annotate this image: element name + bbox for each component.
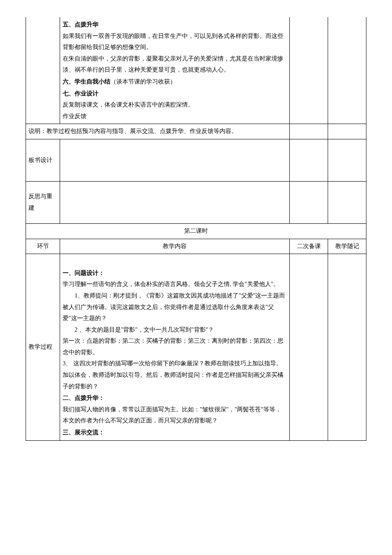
heading-6: 六、学生自我小结 — [63, 78, 110, 85]
heading-7: 七、作业设计 — [63, 90, 98, 97]
board-design-content — [60, 139, 290, 181]
sidebar-cell — [290, 124, 328, 139]
para: 我们描写人物的肖像，常常以正面描写为主。比如："皱纹很深"，"两鬓苍苍"等等，本… — [63, 404, 287, 427]
label-reflection: 反思与重建 — [26, 181, 60, 223]
sidebar-cell — [290, 254, 328, 441]
lesson-plan-table: 五、点拨升华 如果我们有一双善于发现的眼睛，在日常生产中，可以见到各式各样的背影… — [26, 17, 366, 441]
heading-6-note: （谈本节课的学习收获） — [110, 78, 176, 85]
para: 3、 这四次对背影的描写哪一次给你留下的印象最深？教师在朗读技巧上加以指导。加以… — [63, 358, 287, 392]
header-content: 教学内容 — [60, 239, 290, 254]
para: 作业反馈 — [63, 111, 287, 122]
heading-dianbo: 二、点拨升华： — [63, 394, 104, 401]
heading-5: 五、点拨升华 — [63, 21, 98, 28]
content-section-1: 五、点拨升华 如果我们有一双善于发现的眼睛，在日常生产中，可以见到各式各样的背影… — [60, 17, 290, 124]
sidebar-cell — [328, 254, 366, 441]
para: 第一次：点题的背影；第二次：买橘子的背影；第三次：离别时的背影；第四次：思念中的… — [63, 335, 287, 358]
content-section-2: 一、问题设计： 学习理解一些语句的含义，体会朴实的语言风格。领会父子之情, 学会… — [60, 254, 290, 441]
sidebar-cell — [328, 139, 366, 181]
para: 学习理解一些语句的含义，体会朴实的语言风格。领会父子之情, 学会"关爱他人"。 — [63, 279, 287, 290]
para: 2 、本文的题目是"背影"，文中一共几次写到"背影"？ — [63, 324, 287, 336]
sidebar-cell — [328, 124, 366, 139]
label-cell-empty — [26, 17, 60, 124]
reflection-content — [60, 181, 290, 223]
para: 如果我们有一双善于发现的眼睛，在日常生产中，可以见到各式各样的背影。而这些背影都… — [63, 31, 287, 53]
lesson-2-title: 第二课时 — [26, 223, 366, 239]
sidebar-cell — [328, 181, 366, 223]
para: 在朱自清的眼中，父亲的背影，凝聚着父亲对儿子的关爱深情，尤其是在当时家境惨淡、祸… — [63, 53, 287, 76]
heading-zhanshi: 三、展示交流： — [63, 429, 104, 436]
para: 1、教师提问：刚才提到，《背影》这篇散文因其成功地描述了"父爱"这一主题而被人们… — [63, 290, 287, 324]
sidebar-cell — [290, 181, 328, 223]
heading-q-design: 一、问题设计： — [63, 269, 104, 276]
label-board-design: 板书设计 — [26, 139, 60, 181]
header-segment: 环节 — [26, 239, 60, 254]
sidebar-cell — [328, 17, 366, 124]
para: 反复朗读课文，体会课文朴实语言中的满腔深情。 — [63, 99, 287, 111]
sidebar-cell — [290, 139, 328, 181]
header-secondary-prep: 二次备课 — [290, 239, 328, 254]
sidebar-cell — [290, 17, 328, 124]
note-row: 说明：教学过程包括预习内容与指导、展示交流、点拨升华、作业反馈等内容。 — [26, 124, 290, 139]
header-teaching-notes: 教学随记 — [328, 239, 366, 254]
label-teaching-process: 教学过程 — [26, 254, 60, 441]
